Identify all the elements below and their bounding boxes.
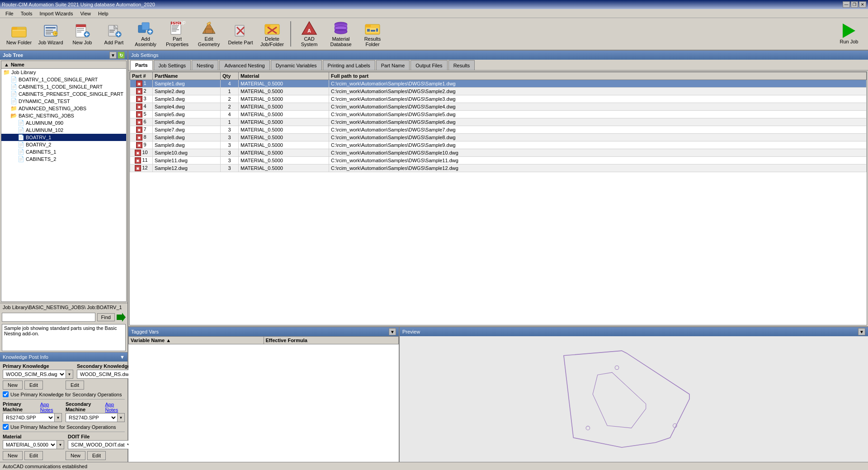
menu-file[interactable]: File — [2, 10, 17, 17]
results-folder-button[interactable]: Results Folder — [357, 19, 388, 48]
tree-job-library[interactable]: 📁 Job Library — [1, 69, 126, 76]
tab-dynamic-variables[interactable]: Dynamic Variables — [271, 60, 322, 70]
edit-primary-knowledge-button[interactable]: Edit — [24, 381, 43, 390]
material-database-button[interactable]: Material Database — [326, 19, 356, 48]
app-notes-secondary-link[interactable]: App Notes — [105, 402, 125, 413]
table-row[interactable]: ▣7 Sample7.dwg 3 MATERIAL_0.5000 C:\rcim… — [130, 126, 867, 134]
new-doit-button[interactable]: New — [66, 451, 85, 460]
primary-machine-dropdown[interactable]: ▼ — [54, 414, 61, 422]
col-material[interactable]: Material — [239, 72, 329, 80]
tree-boatrv-code[interactable]: 📄 BOATRV_1_CODE_SINGLE_PART — [1, 76, 126, 83]
part-properties-button[interactable]: PROP Part Properties — [162, 19, 193, 48]
tree-aluminum-102[interactable]: 📄 ALUMINUM_102 — [1, 127, 126, 134]
table-row[interactable]: ▣3 Sample3.dwg 2 MATERIAL_0.5000 C:\rcim… — [130, 95, 867, 103]
job-tree-dropdown-btn[interactable]: ▼ — [109, 52, 117, 59]
doit-select[interactable]: SCIM_WOOD_DOIT.dat — [68, 441, 133, 449]
primary-knowledge-dropdown[interactable]: ▼ — [66, 370, 73, 378]
primary-knowledge-select[interactable]: WOOD_SCIM_RS.dwg — [3, 370, 66, 378]
tab-parts[interactable]: Parts — [130, 60, 153, 70]
new-material-button[interactable]: New — [3, 451, 23, 460]
tab-printing-labels[interactable]: Printing and Labels — [323, 60, 375, 70]
delete-job-folder-button[interactable]: Delete Job/Folder — [257, 19, 288, 48]
new-job-button[interactable]: New Job — [67, 19, 98, 48]
tab-part-name[interactable]: Part Name — [376, 60, 410, 70]
table-row[interactable]: ▣1 Sample1.dwg 4 MATERIAL_0.5000 C:\rcim… — [130, 80, 867, 88]
table-row[interactable]: ▣8 Sample8.dwg 3 MATERIAL_0.5000 C:\rcim… — [130, 134, 867, 141]
delete-part-label: Delete Part — [228, 40, 253, 45]
menu-view[interactable]: View — [76, 10, 94, 17]
table-row[interactable]: ▣9 Sample9.dwg 3 MATERIAL_0.5000 C:\rcim… — [130, 141, 867, 149]
close-button[interactable]: ✕ — [859, 1, 866, 8]
menu-tools[interactable]: Tools — [17, 10, 36, 17]
edit-geometry-icon — [201, 21, 217, 35]
cell-material: MATERIAL_0.5000 — [239, 164, 329, 172]
job-tree-refresh-btn[interactable]: ↻ — [118, 52, 125, 59]
col-variable-name[interactable]: Variable Name ▲ — [129, 337, 264, 344]
col-path[interactable]: Full path to part — [329, 72, 867, 80]
cell-path: C:\rcim_work\Automation\Samples\DWGS\Sam… — [329, 134, 867, 141]
table-row[interactable]: ▣6 Sample6.dwg 1 MATERIAL_0.5000 C:\rcim… — [130, 118, 867, 126]
table-row[interactable]: ▣12 Sample12.dwg 3 MATERIAL_0.5000 C:\rc… — [130, 164, 867, 172]
menu-import-wizards[interactable]: Import Wizards — [36, 10, 76, 17]
search-input[interactable] — [2, 313, 95, 322]
primary-knowledge-combo[interactable]: WOOD_SCIM_RS.dwg ▼ — [3, 370, 73, 379]
col-qty[interactable]: Qty — [221, 72, 239, 80]
edit-geometry-button[interactable]: Edit Geometry — [193, 19, 224, 48]
job-wizard-button[interactable]: ✦ Job Wizard — [35, 19, 66, 48]
tree-boatrv-2[interactable]: 📄 BOATRV_2 — [1, 141, 126, 148]
tab-results[interactable]: Results — [448, 60, 475, 70]
table-row[interactable]: ▣4 Sample4.dwg 2 MATERIAL_0.5000 C:\rcim… — [130, 103, 867, 111]
tree-advanced-nesting[interactable]: 📁 ADVANCED_NESTING_JOBS — [1, 105, 126, 112]
tab-job-settings[interactable]: Job Settings — [154, 60, 191, 70]
new-primary-knowledge-button[interactable]: New — [3, 381, 23, 390]
use-primary-checkbox[interactable] — [3, 391, 9, 397]
table-row[interactable]: ▣10 Sample10.dwg 3 MATERIAL_0.5000 C:\rc… — [130, 149, 867, 157]
add-assembly-button[interactable]: Add Assembly — [130, 19, 161, 48]
col-part-name[interactable]: PartName — [153, 72, 221, 80]
cad-system-button[interactable]: A CAD System — [294, 19, 325, 48]
tab-output-files[interactable]: Output Files — [410, 60, 447, 70]
edit-doit-button[interactable]: Edit — [87, 451, 106, 460]
secondary-machine-dropdown[interactable]: ▼ — [117, 414, 124, 422]
knowledge-panel-header[interactable]: Knowledge Post Info ▼ — [0, 352, 127, 362]
primary-machine-combo[interactable]: RS274D.SPP ▼ — [3, 413, 62, 422]
use-primary-machine-checkbox[interactable] — [3, 424, 9, 430]
minimize-button[interactable]: — — [843, 1, 850, 8]
tree-cabinets-code[interactable]: 📄 CABINETS_1_CODE_SINGLE_PART — [1, 83, 126, 90]
find-button[interactable]: Find — [97, 313, 115, 321]
find-arrow-icon[interactable] — [117, 313, 126, 322]
secondary-machine-combo[interactable]: RS274D.SPP ▼ — [66, 413, 125, 422]
secondary-machine-select[interactable]: RS274D.SPP — [66, 414, 117, 422]
app-notes-primary-link[interactable]: App Notes — [40, 402, 62, 413]
tab-nesting[interactable]: Nesting — [192, 60, 218, 70]
material-dropdown[interactable]: ▼ — [57, 441, 64, 449]
cell-qty: 1 — [221, 118, 239, 126]
tree-cabinets-1[interactable]: 📄 CABINETS_1 — [1, 148, 126, 155]
table-row[interactable]: ▣11 Sample11.dwg 3 MATERIAL_0.5000 C:\rc… — [130, 157, 867, 164]
tagged-vars-dropdown-btn[interactable]: ▼ — [389, 328, 396, 335]
restore-button[interactable]: ❐ — [851, 1, 858, 8]
run-job-button[interactable]: Run Job — [834, 19, 864, 48]
delete-part-button[interactable]: Delete Part — [225, 19, 256, 48]
table-row[interactable]: ▣2 Sample2.dwg 1 MATERIAL_0.5000 C:\rcim… — [130, 88, 867, 95]
material-combo[interactable]: MATERIAL_0.5000 ▼ — [3, 440, 64, 449]
table-row[interactable]: ▣5 Sample5.dwg 4 MATERIAL_0.5000 C:\rcim… — [130, 111, 867, 118]
add-part-button[interactable]: Add Part — [99, 19, 129, 48]
menu-help[interactable]: Help — [94, 10, 112, 17]
tree-boatrv-1[interactable]: 📄 BOATRV_1 — [1, 134, 126, 141]
tree-cabinets-prenest[interactable]: 📄 CABINETS_PRENEST_CODE_SINGLE_PART — [1, 90, 126, 98]
edit-material-button[interactable]: Edit — [24, 451, 43, 460]
svg-rect-7 — [46, 32, 54, 33]
col-effective-formula[interactable]: Effective Formula — [264, 337, 399, 344]
material-select[interactable]: MATERIAL_0.5000 — [3, 441, 57, 449]
tab-advanced-nesting[interactable]: Advanced Nesting — [219, 60, 269, 70]
primary-machine-select[interactable]: RS274D.SPP — [3, 414, 54, 422]
preview-dropdown-btn[interactable]: ▼ — [858, 328, 865, 335]
tree-aluminum-090[interactable]: 📄 ALUMINUM_090 — [1, 119, 126, 127]
new-folder-button[interactable]: New Folder — [4, 19, 34, 48]
col-part-num[interactable]: Part # — [130, 72, 153, 80]
tree-dynamic-cab[interactable]: 📄 DYNAMIC_CAB_TEST — [1, 98, 126, 105]
tree-basic-nesting[interactable]: 📂 BASIC_NESTING_JOBS — [1, 112, 126, 119]
tree-cabinets-2[interactable]: 📄 CABINETS_2 — [1, 155, 126, 163]
edit-secondary-knowledge-button[interactable]: Edit — [66, 381, 84, 390]
